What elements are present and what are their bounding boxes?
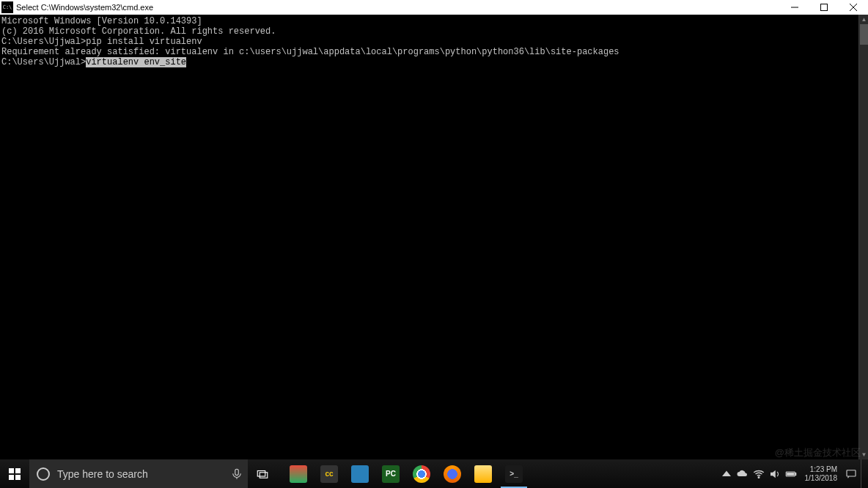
system-tray: 1:23 PM 1/13/2018 (720, 459, 869, 488)
terminal-line: Microsoft Windows [Version 10.0.14393] (1, 16, 857, 26)
taskbar-clock[interactable]: 1:23 PM 1/13/2018 (801, 465, 842, 483)
taskbar: Type here to search ccPC>_ 1:23 PM 1/13/… (0, 459, 868, 488)
svg-rect-4 (9, 468, 14, 473)
file-explorer-icon (474, 465, 492, 483)
search-placeholder: Type here to search (57, 468, 148, 480)
pycharm-icon: PC (382, 465, 400, 483)
svg-rect-6 (9, 475, 14, 480)
mic-icon[interactable] (226, 459, 248, 488)
svg-rect-9 (257, 470, 265, 476)
scroll-up-arrow-icon[interactable]: ▲ (859, 15, 868, 24)
show-desktop-button[interactable] (861, 459, 865, 488)
svg-rect-7 (15, 475, 21, 480)
svg-rect-1 (821, 4, 828, 11)
terminal-active-line: C:\Users\Ujjwal>virtualenv env_site (1, 57, 857, 67)
terminal-output[interactable]: Microsoft Windows [Version 10.0.14393](c… (0, 15, 858, 459)
cmd-icon: >_ (505, 465, 523, 483)
terminal-selected-command: virtualenv env_site (86, 57, 186, 67)
terminal-line: (c) 2016 Microsoft Corporation. All righ… (1, 26, 857, 37)
close-button[interactable] (839, 0, 868, 15)
task-view-button[interactable] (248, 459, 277, 488)
onedrive-icon[interactable] (736, 467, 749, 481)
close-icon (850, 4, 857, 11)
downloads-icon (351, 465, 369, 483)
cortana-icon (37, 467, 50, 481)
window-title: Select C:\Windows\system32\cmd.exe (16, 3, 153, 12)
clock-date: 1/13/2018 (805, 474, 838, 483)
taskbar-apps: ccPC>_ (283, 459, 529, 488)
vertical-scrollbar[interactable]: ▲ ▼ (858, 15, 868, 459)
maximize-button[interactable] (809, 0, 839, 15)
action-center-icon[interactable] (845, 467, 858, 481)
clock-time: 1:23 PM (805, 465, 838, 474)
svg-rect-10 (260, 472, 268, 478)
start-button[interactable] (0, 459, 29, 488)
taskbar-app-ccleaner[interactable]: cc (314, 459, 345, 488)
ccleaner-icon: cc (320, 465, 338, 483)
taskbar-app-microsoft-store[interactable] (283, 459, 314, 488)
battery-icon[interactable] (784, 467, 798, 481)
chrome-icon (413, 465, 430, 483)
svg-rect-15 (787, 473, 793, 475)
wifi-icon[interactable] (752, 467, 765, 481)
taskbar-app-downloads[interactable] (345, 459, 375, 488)
minimize-button[interactable] (780, 0, 809, 15)
cmd-app-icon: C:\ (1, 1, 13, 13)
svg-marker-11 (722, 470, 731, 476)
terminal-area: Microsoft Windows [Version 10.0.14393](c… (0, 15, 868, 459)
svg-rect-8 (235, 469, 239, 475)
taskbar-app-file-explorer[interactable] (468, 459, 499, 488)
maximize-icon (820, 4, 828, 11)
taskbar-app-pycharm[interactable]: PC (375, 459, 406, 488)
taskbar-app-firefox[interactable] (437, 459, 468, 488)
svg-rect-14 (795, 473, 796, 475)
taskbar-app-cmd[interactable]: >_ (499, 459, 529, 488)
microsoft-store-icon (290, 465, 307, 483)
svg-rect-16 (847, 470, 856, 476)
svg-rect-5 (15, 468, 21, 473)
scroll-thumb[interactable] (860, 24, 868, 45)
terminal-line: Requirement already satisfied: virtualen… (1, 47, 857, 57)
minimize-icon (791, 4, 798, 11)
taskbar-search[interactable]: Type here to search (29, 459, 248, 488)
terminal-prompt: C:\Users\Ujjwal> (1, 57, 86, 67)
taskbar-app-chrome[interactable] (406, 459, 437, 488)
scroll-down-arrow-icon[interactable]: ▼ (859, 450, 868, 459)
task-view-icon (256, 467, 269, 481)
volume-icon[interactable] (768, 467, 781, 481)
terminal-line: C:\Users\Ujjwal>pip install virtualenv (1, 37, 857, 47)
window-titlebar: C:\ Select C:\Windows\system32\cmd.exe (0, 0, 868, 15)
tray-overflow-icon[interactable] (720, 467, 733, 481)
svg-point-12 (758, 476, 760, 478)
windows-logo-icon (9, 468, 21, 480)
firefox-icon (444, 465, 461, 483)
